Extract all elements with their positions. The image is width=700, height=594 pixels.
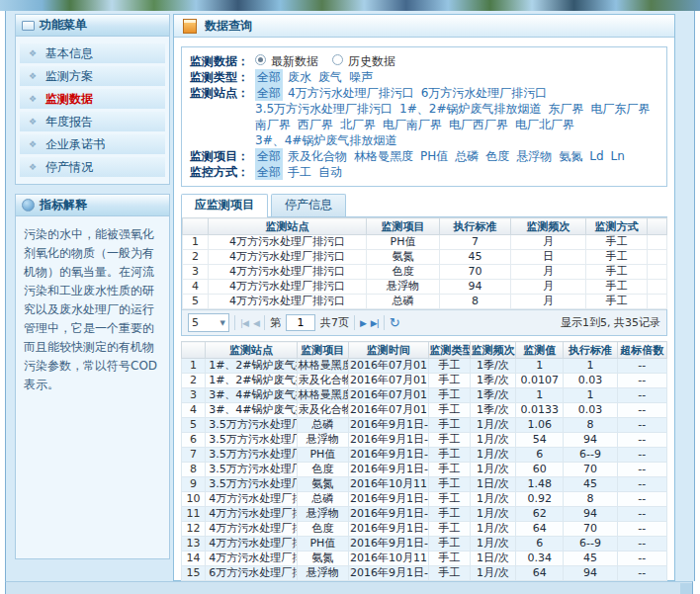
cell: 手工: [428, 359, 470, 374]
next-page-button[interactable]: ▶: [360, 318, 366, 328]
filter-option-link[interactable]: PH值: [420, 148, 448, 164]
table-row[interactable]: 73.5万方污水处理厂排污口PH值2016年9月1日-手工1月/次66--9--: [182, 448, 667, 463]
filter-option-link[interactable]: 3.5万方污水处理厂排污口: [255, 101, 393, 117]
first-page-button[interactable]: |◀: [240, 318, 248, 328]
cell: 0.34: [516, 552, 564, 566]
sidebar-item[interactable]: ❖年度报告: [20, 112, 165, 131]
cell: 1日/次: [470, 477, 515, 492]
table-row[interactable]: 11#、2#锅炉废气排放烟道林格曼黑度2016年07月01日手工1季/次11--: [182, 359, 667, 374]
filter-option-link[interactable]: 氨氮: [559, 148, 582, 164]
filter-option-link[interactable]: 色度: [485, 148, 509, 164]
cell: 3.5万方污水处理厂排污口: [206, 477, 298, 492]
filter-option-link[interactable]: 手工: [288, 164, 311, 180]
cell: 64: [516, 522, 564, 537]
cell: [648, 265, 667, 280]
filter-option-link[interactable]: 林格曼黑度: [354, 148, 413, 164]
filter-option-link[interactable]: 全部: [255, 148, 283, 164]
table-row[interactable]: 21#、2#锅炉废气排放烟道汞及化合物2016年07月01日手工1季/次0.01…: [182, 374, 667, 388]
sidebar-item[interactable]: ❖监测方案: [20, 66, 165, 86]
filter-option-link[interactable]: 电厂北厂界: [515, 117, 574, 132]
page-number-input[interactable]: [286, 314, 315, 331]
filter-option-link[interactable]: 4万方污水处理厂排污口: [288, 85, 414, 101]
radio-option[interactable]: 最新数据: [255, 54, 318, 68]
tab-inactive[interactable]: 停产信息: [271, 194, 346, 216]
filter-option-link[interactable]: 3#、4#锅炉废气排放烟道: [255, 132, 396, 148]
cell: 2016年07月01日: [349, 359, 428, 374]
prev-page-button[interactable]: ◀: [253, 318, 259, 328]
horizontal-scrollbar[interactable]: [5, 581, 693, 594]
table-row[interactable]: 134万方污水处理厂排污口PH值2016年9月1日-手工1月/次66--9--: [182, 537, 667, 552]
cell: 1#、2#锅炉废气排放烟道: [206, 374, 298, 388]
filter-options: 全部手工自动: [255, 164, 658, 180]
table-row[interactable]: 43#、4#锅炉废气排放烟道汞及化合物2016年07月01日手工1季/次0.01…: [182, 403, 667, 418]
cell: 1季/次: [470, 374, 515, 388]
cell: 6: [182, 433, 206, 448]
column-header: 监测项目: [367, 218, 440, 235]
table-row[interactable]: 156万方污水处理厂排污口悬浮物2016年9月1日-手工1月/次6494--: [182, 566, 667, 581]
filter-option-link[interactable]: 悬浮物: [516, 148, 552, 164]
table-row[interactable]: 14万方污水处理厂排污口PH值7月手工: [183, 235, 667, 250]
filter-option-link[interactable]: 东厂界: [548, 101, 583, 117]
table-row[interactable]: 54万方污水处理厂排污口总磷8月手工: [183, 295, 667, 309]
table-row[interactable]: 83.5万方污水处理厂排污口色度2016年9月1日-手工1月/次6070--: [182, 463, 667, 477]
cell: 5: [182, 418, 206, 433]
tab-active[interactable]: 应监测项目: [181, 194, 268, 217]
cell: 4万方污水处理厂排污口: [209, 265, 367, 280]
cell: 3: [183, 265, 209, 280]
sidebar-item[interactable]: ❖停产情况: [20, 157, 165, 177]
radio-option[interactable]: 历史数据: [332, 54, 395, 68]
cell: 3.5万方污水处理厂排污口: [206, 433, 298, 448]
filter-option-link[interactable]: 北厂界: [340, 117, 376, 132]
cell: 0.0107: [516, 374, 564, 388]
filter-option-link[interactable]: 电厂西厂界: [449, 117, 508, 132]
filter-option-link[interactable]: Ln: [611, 148, 625, 164]
table-row[interactable]: 124万方污水处理厂排污口色度2016年9月1日-手工1月/次6470--: [182, 522, 667, 537]
last-page-button[interactable]: ▶|: [371, 318, 379, 328]
filter-option-link[interactable]: 废气: [318, 69, 342, 85]
filter-option-link[interactable]: 全部: [255, 85, 283, 101]
filter-option-link[interactable]: 1#、2#锅炉废气排放烟道: [399, 101, 541, 117]
filter-option-link[interactable]: 总磷: [455, 148, 479, 164]
table-row[interactable]: 33#、4#锅炉废气排放烟道林格曼黑度2016年07月01日手工1季/次11--: [182, 388, 667, 403]
cell: --: [617, 403, 666, 418]
sidebar-item[interactable]: ❖企业承诺书: [20, 134, 165, 154]
table-row[interactable]: 34万方污水处理厂排污口色度70月手工: [183, 265, 667, 280]
table-row[interactable]: 93.5万方污水处理厂排污口氨氮2016年10月11日手工1日/次1.4845-…: [182, 477, 667, 492]
filter-option-link[interactable]: 汞及化合物: [288, 148, 347, 164]
function-menu-title: 功能菜单: [40, 17, 87, 34]
cell: 7: [440, 235, 511, 250]
divider: [264, 315, 265, 330]
sidebar-item-label: 基本信息: [45, 45, 93, 62]
cell: 45: [564, 477, 617, 492]
sidebar-item[interactable]: ❖监测数据: [20, 89, 165, 109]
table-row[interactable]: 63.5万方污水处理厂排污口悬浮物2016年9月1日-手工1月/次5494--: [182, 433, 667, 448]
table-row[interactable]: 144万方污水处理厂排污口氨氮2016年10月11日手工1日/次0.3445--: [182, 552, 667, 566]
table-row[interactable]: 53.5万方污水处理厂排污口总磷2016年9月1日-手工1月/次1.068--: [182, 418, 667, 433]
filter-option-link[interactable]: 噪声: [349, 69, 373, 85]
cell: 64: [516, 566, 564, 581]
cell: 1月/次: [470, 492, 515, 507]
filter-option-link[interactable]: 电厂南厂界: [383, 117, 442, 132]
filter-option-link[interactable]: 电厂东厂界: [590, 101, 650, 117]
indicator-panel: 指标解释 污染的水中，能被强氧化剂氧化的物质（一般为有机物）的氧当量。在河流污染…: [15, 194, 170, 559]
filter-option-link[interactable]: 全部: [255, 69, 283, 85]
page-size-select[interactable]: 5 ▼: [188, 313, 229, 332]
filter-option-link[interactable]: 全部: [255, 164, 283, 180]
filter-option-link[interactable]: 南厂界: [255, 117, 291, 132]
column-header: [648, 218, 667, 235]
filter-row: 监测类型：全部废水废气噪声: [190, 69, 658, 85]
table-row[interactable]: 24万方污水处理厂排污口氨氮45日手工: [183, 250, 667, 265]
filter-option-link[interactable]: Ld: [589, 148, 603, 164]
filter-option-link[interactable]: 废水: [288, 69, 311, 85]
filter-option-link[interactable]: 自动: [318, 164, 342, 180]
cell: 氨氮: [297, 552, 348, 566]
table-row[interactable]: 104万方污水处理厂排污口总磷2016年9月1日-手工1月/次0.928--: [182, 492, 667, 507]
column-header: 监测类型: [428, 342, 470, 359]
filter-option-link[interactable]: 6万方污水处理厂排污口: [421, 85, 548, 101]
refresh-icon[interactable]: ↻: [390, 315, 400, 330]
cell: --: [617, 433, 666, 448]
table-row[interactable]: 114万方污水处理厂排污口悬浮物2016年9月1日-手工1月/次6294--: [182, 507, 667, 522]
filter-option-link[interactable]: 西厂界: [298, 117, 333, 132]
sidebar-item[interactable]: ❖基本信息: [20, 43, 165, 63]
table-row[interactable]: 44万方污水处理厂排污口悬浮物94月手工: [183, 280, 667, 295]
